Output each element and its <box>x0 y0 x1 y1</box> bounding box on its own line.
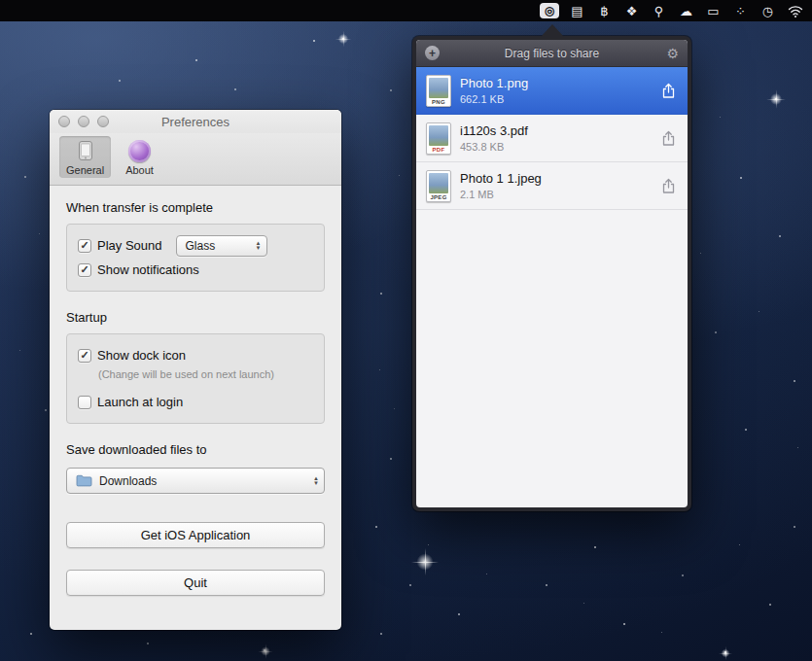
dock-icon-note: (Change will be used on next launch) <box>98 368 313 380</box>
popover-title: Drag files to share <box>416 47 688 60</box>
pdf-file-icon: PDF <box>426 122 451 155</box>
show-notifications-checkbox[interactable]: ✓ <box>78 263 91 277</box>
check-icon: ✓ <box>80 350 88 361</box>
show-dock-icon-row: ✓ Show dock icon <box>78 343 313 367</box>
transfer-heading: When transfer is complete <box>66 200 325 215</box>
star-decoration <box>721 648 730 658</box>
wifi-icon[interactable] <box>783 2 807 19</box>
star-decoration <box>769 92 783 106</box>
sound-select-value: Glass <box>186 239 247 253</box>
tab-about-label: About <box>125 164 154 176</box>
play-sound-checkbox[interactable]: ✓ <box>78 239 91 253</box>
launch-at-login-row: Launch at login <box>78 390 313 414</box>
startup-group: ✓ Show dock icon (Change will be used on… <box>66 333 325 424</box>
preferences-window: Preferences General About When transfer … <box>50 110 341 630</box>
save-location-heading: Save downloaded files to <box>66 442 325 457</box>
launch-at-login-label: Launch at login <box>97 395 183 409</box>
file-thumbnail <box>429 125 448 146</box>
file-meta: Photo 1.png 662.1 KB <box>460 76 650 105</box>
share-popover: + Drag files to share ⚙ PNG Photo 1.png … <box>412 24 691 511</box>
popover-arrow <box>541 24 564 37</box>
file-meta: i1120s 3.pdf 453.8 KB <box>460 123 650 153</box>
check-icon: ✓ <box>80 240 88 251</box>
show-notifications-label: Show notifications <box>97 262 199 277</box>
menu-bar-status-icons: ◎ ▤ ฿ ❖ ⚲ ☁ ▭ ⁘ ◷ <box>540 2 807 19</box>
pin-icon[interactable]: ⚲ <box>647 2 671 19</box>
file-name: i1120s 3.pdf <box>460 123 650 138</box>
display-icon[interactable]: ▭ <box>701 2 725 19</box>
file-row[interactable]: JPEG Photo 1 1.jpeg 2.1 MB <box>416 162 688 210</box>
stepper-arrows-icon: ▲▼ <box>256 241 262 251</box>
file-size: 2.1 MB <box>460 189 650 200</box>
file-type-label: JPEG <box>427 194 450 201</box>
quit-button[interactable]: Quit <box>66 570 325 596</box>
plus-icon: + <box>429 48 436 59</box>
save-location-value: Downloads <box>99 474 298 488</box>
folder-icon <box>76 474 92 487</box>
transfer-group: ✓ Play Sound Glass ▲▼ ✓ Show notificatio… <box>66 224 325 292</box>
app-share-icon[interactable]: ◎ <box>540 3 559 18</box>
file-size: 453.8 KB <box>460 141 650 153</box>
show-dock-icon-label: Show dock icon <box>97 348 186 363</box>
file-name: Photo 1 1.jpeg <box>460 171 650 186</box>
clock-icon[interactable]: ◷ <box>756 2 780 19</box>
sound-select[interactable]: Glass ▲▼ <box>176 235 267 257</box>
share-icon[interactable] <box>658 176 678 195</box>
star-decoration <box>261 646 271 657</box>
show-notifications-row: ✓ Show notifications <box>78 258 313 282</box>
tab-general-label: General <box>66 164 104 176</box>
gear-icon[interactable]: ⚙ <box>666 47 679 60</box>
jpeg-file-icon: JPEG <box>426 170 451 202</box>
show-dock-icon-checkbox[interactable]: ✓ <box>78 349 91 363</box>
startup-heading: Startup <box>66 310 325 325</box>
check-icon: ✓ <box>80 264 88 275</box>
play-sound-row: ✓ Play Sound Glass ▲▼ <box>78 233 313 258</box>
file-row[interactable]: PDF i1120s 3.pdf 453.8 KB <box>416 115 688 162</box>
file-type-label: PDF <box>427 147 450 154</box>
launch-at-login-checkbox[interactable] <box>78 396 91 409</box>
star-decoration <box>415 552 435 572</box>
file-meta: Photo 1 1.jpeg 2.1 MB <box>460 171 650 200</box>
share-icon[interactable] <box>658 128 678 148</box>
picture-icon[interactable]: ▤ <box>565 2 589 19</box>
file-row[interactable]: PNG Photo 1.png 662.1 KB <box>416 67 688 115</box>
file-name: Photo 1.png <box>460 76 650 90</box>
menu-bar: ◎ ▤ ฿ ❖ ⚲ ☁ ▭ ⁘ ◷ <box>0 0 812 21</box>
star-decoration <box>337 33 349 45</box>
preferences-content: When transfer is complete ✓ Play Sound G… <box>50 186 341 611</box>
window-title: Preferences <box>50 115 341 129</box>
about-icon <box>128 140 151 162</box>
cloud-icon[interactable]: ☁ <box>674 2 698 19</box>
file-thumbnail <box>429 173 448 193</box>
popover-frame: + Drag files to share ⚙ PNG Photo 1.png … <box>412 36 691 511</box>
popover-body: + Drag files to share ⚙ PNG Photo 1.png … <box>416 40 688 507</box>
desktop-wallpaper: ◎ ▤ ฿ ❖ ⚲ ☁ ▭ ⁘ ◷ Preferences <box>0 0 812 661</box>
popover-header: + Drag files to share ⚙ <box>416 40 688 67</box>
dropbox-icon[interactable]: ❖ <box>619 2 644 19</box>
play-sound-label: Play Sound <box>97 238 162 253</box>
preferences-toolbar: General About <box>50 133 341 186</box>
title-bar[interactable]: Preferences <box>50 110 341 133</box>
save-location-select[interactable]: Downloads ▲▼ <box>66 468 325 494</box>
file-thumbnail <box>429 78 448 98</box>
file-type-label: PNG <box>427 99 450 106</box>
tab-about[interactable]: About <box>119 137 160 178</box>
bitcoin-icon[interactable]: ฿ <box>592 2 617 19</box>
png-file-icon: PNG <box>426 75 451 107</box>
get-ios-application-button[interactable]: Get iOS Application <box>66 522 325 548</box>
general-icon <box>74 139 97 162</box>
tab-general[interactable]: General <box>59 136 111 178</box>
file-size: 662.1 KB <box>460 93 650 105</box>
share-icon[interactable] <box>658 81 678 100</box>
stepper-arrows-icon: ▲▼ <box>313 476 319 486</box>
file-list: PNG Photo 1.png 662.1 KB <box>416 67 688 507</box>
dots-icon[interactable]: ⁘ <box>728 2 753 19</box>
add-files-button[interactable]: + <box>425 46 440 60</box>
